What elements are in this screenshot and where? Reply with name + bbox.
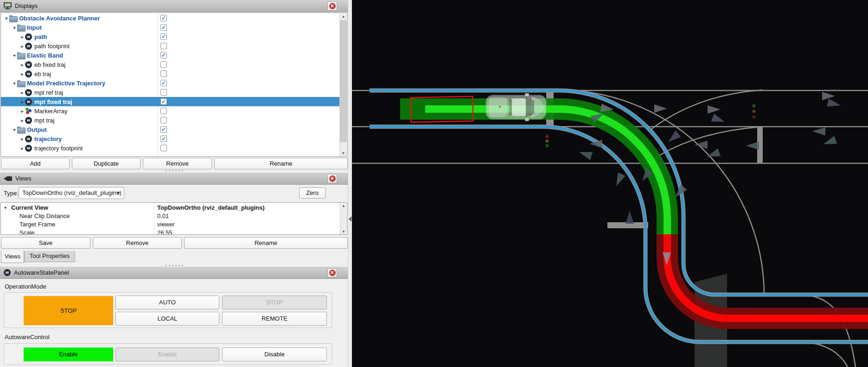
planned-trajectory — [400, 109, 868, 318]
expander-closed-icon[interactable]: ▸ — [19, 62, 25, 67]
tree-row-elastic-band[interactable]: ▾Elastic Band✓ — [1, 51, 340, 60]
remove-button[interactable]: Remove — [93, 237, 182, 249]
dock-splitter[interactable] — [348, 0, 352, 367]
enabled-checkbox[interactable] — [160, 71, 167, 77]
tab-views[interactable]: Views — [1, 251, 24, 263]
expander-closed-icon[interactable]: ▸ — [19, 71, 25, 77]
expander-closed-icon[interactable]: ▸ — [19, 136, 25, 142]
views-panel-titlebar[interactable]: Views ✕ — [0, 173, 348, 185]
duplicate-button[interactable]: Duplicate — [72, 158, 140, 169]
expander-open-icon[interactable]: ▾ — [4, 16, 9, 21]
properties-scrollbar[interactable]: ▲ ▼ — [340, 203, 346, 235]
expander-closed-icon[interactable]: ▸ — [19, 146, 25, 151]
property-value[interactable]: 0.01 — [157, 212, 169, 219]
enabled-checkbox[interactable]: ✓ — [160, 98, 167, 105]
tree-row-obstacle-avoidance-planner[interactable]: ▾Obstacle Avoidance Planner✓ — [1, 13, 340, 23]
expander-closed-icon[interactable]: ▸ — [19, 44, 25, 49]
enabled-checkbox[interactable] — [160, 89, 167, 96]
expander-closed-icon[interactable]: ▸ — [19, 34, 25, 39]
enabled-checkbox[interactable]: ✓ — [160, 33, 167, 40]
tree-row-eb-traj[interactable]: ▸web traj — [1, 69, 340, 78]
zero-button[interactable]: Zero — [299, 187, 326, 199]
tree-row-label: Model Predictive Trajectory — [27, 80, 105, 87]
rename-button[interactable]: Rename — [214, 158, 348, 169]
enabled-checkbox[interactable]: ✓ — [160, 80, 167, 86]
scroll-up-icon[interactable]: ▲ — [340, 203, 347, 209]
tree-row-label: Output — [27, 126, 47, 133]
tree-row-path-footprint[interactable]: ▸wpath footprint — [1, 41, 340, 51]
auto-button[interactable]: AUTO — [115, 296, 219, 309]
current-view-properties[interactable]: ▾ Current View TopDownOrtho (rviz_defaul… — [0, 202, 347, 235]
enabled-checkbox[interactable] — [160, 43, 167, 49]
enabled-checkbox[interactable]: ✓ — [160, 24, 167, 31]
displays-panel-titlebar[interactable]: Displays ✕ — [0, 0, 348, 12]
state-panel-close-button[interactable]: ✕ — [327, 268, 337, 277]
view-type-combobox[interactable]: TopDownOrtho (rviz_default_plugins) — [19, 187, 124, 199]
views-close-button[interactable]: ✕ — [327, 174, 337, 183]
enabled-checkbox[interactable] — [160, 61, 167, 68]
close-icon: ✕ — [329, 270, 336, 276]
property-value[interactable]: 26.55 — [157, 229, 172, 235]
displays-tree[interactable]: ▾Obstacle Avoidance Planner✓▾Input✓▸wpat… — [0, 13, 347, 157]
scroll-down-icon[interactable]: ▼ — [340, 150, 347, 157]
tree-row-label: eb fixed traj — [34, 61, 65, 68]
tree-row-markerarray[interactable]: ▸MarkerArray — [1, 106, 340, 116]
property-value[interactable]: viewer — [157, 221, 175, 228]
tab-tool-properties[interactable]: Tool Properties — [24, 251, 75, 262]
disable-button[interactable]: Disable — [222, 348, 327, 361]
expander-closed-icon[interactable]: ▸ — [19, 109, 25, 114]
scrollbar-thumb[interactable] — [340, 20, 346, 142]
tree-row-trajectory-footprint[interactable]: ▸wtrajectory footprint — [1, 143, 340, 153]
enabled-checkbox[interactable]: ✓ — [160, 15, 167, 21]
save-button[interactable]: Save — [1, 237, 90, 249]
remote-button[interactable]: REMOTE — [222, 312, 327, 326]
enabled-checkbox[interactable] — [160, 117, 167, 123]
enable-button-disabled: Enable — [115, 348, 219, 361]
marker-array-icon — [25, 108, 32, 115]
state-panel-titlebar[interactable]: w AutowareStatePanel ✕ — [0, 267, 348, 279]
scroll-up-icon[interactable]: ▲ — [340, 13, 347, 20]
enabled-checkbox[interactable]: ✓ — [160, 126, 167, 133]
tree-row-model-predictive-trajectory[interactable]: ▾Model Predictive Trajectory✓ — [1, 78, 340, 88]
enabled-checkbox[interactable] — [160, 145, 167, 151]
tree-row-input[interactable]: ▾Input✓ — [1, 23, 340, 32]
rename-button[interactable]: Rename — [184, 237, 348, 249]
remove-button[interactable]: Remove — [143, 158, 212, 169]
traffic-light-dot — [546, 135, 549, 138]
splitter-handle[interactable] — [165, 264, 183, 266]
expander-open-icon[interactable]: ▾ — [12, 127, 17, 132]
tree-row-eb-fixed-traj[interactable]: ▸web fixed traj — [1, 60, 340, 69]
collapse-left-icon[interactable] — [349, 216, 351, 222]
add-button[interactable]: Add — [1, 158, 70, 169]
folder-icon — [17, 52, 25, 58]
tree-row-label: path footprint — [34, 43, 70, 50]
tree-row-output[interactable]: ▾Output✓ — [1, 125, 340, 134]
tree-row-mpt-ref-traj[interactable]: ▸wmpt ref traj — [1, 88, 340, 97]
expander-open-icon[interactable]: ▾ — [12, 81, 17, 86]
expander-open-icon[interactable]: ▾ — [12, 53, 17, 58]
local-button[interactable]: LOCAL — [115, 312, 219, 326]
expander-closed-icon[interactable]: ▸ — [19, 90, 25, 95]
splitter-handle[interactable] — [165, 170, 183, 172]
render-viewport[interactable] — [352, 0, 868, 367]
expander-closed-icon[interactable]: ▸ — [19, 99, 25, 104]
tree-row-trajectory[interactable]: ▸wtrajectory✓ — [1, 134, 340, 143]
tree-row-mpt-fixed-traj[interactable]: ▸wmpt fixed traj✓ — [1, 97, 340, 106]
lane-arrow-icon — [812, 127, 825, 135]
tree-row-label: Elastic Band — [27, 52, 63, 59]
displays-close-button[interactable]: ✕ — [327, 1, 337, 11]
traffic-light-dot — [546, 144, 549, 148]
enabled-checkbox[interactable] — [160, 108, 167, 114]
enabled-checkbox[interactable]: ✓ — [160, 135, 167, 142]
tree-row-path[interactable]: ▸wpath✓ — [1, 32, 340, 41]
autoware-icon: w — [4, 269, 11, 276]
displays-tree-scrollbar[interactable]: ▲ ▼ — [339, 13, 346, 157]
views-panel-title: Views — [15, 175, 31, 182]
expander-open-icon[interactable]: ▾ — [4, 205, 6, 210]
expander-closed-icon[interactable]: ▸ — [19, 118, 25, 123]
enabled-checkbox[interactable]: ✓ — [160, 52, 167, 58]
tree-row-label: trajectory footprint — [34, 145, 83, 152]
tree-row-mpt-traj[interactable]: ▸wmpt traj — [1, 116, 340, 125]
expander-open-icon[interactable]: ▾ — [12, 25, 17, 30]
scroll-down-icon[interactable]: ▼ — [340, 229, 347, 235]
